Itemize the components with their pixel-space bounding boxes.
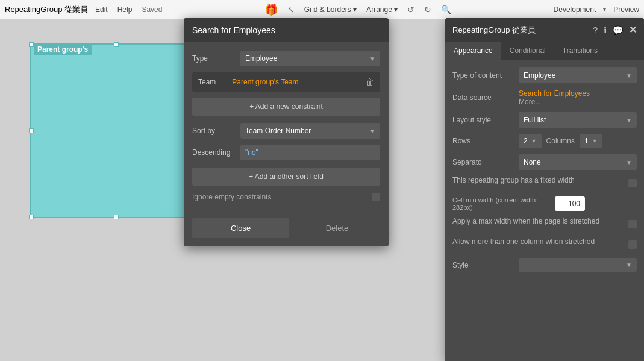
- ignore-constraints-checkbox[interactable]: [372, 193, 380, 201]
- preview-button[interactable]: Preview: [613, 5, 639, 14]
- add-sort-button[interactable]: + Add another sort field: [192, 168, 380, 186]
- separator-label: Separato: [452, 158, 519, 166]
- layout-style-arrow-icon: ▼: [626, 117, 632, 124]
- layout-style-dropdown[interactable]: Full list ▼: [519, 112, 637, 128]
- ignore-constraints-row: Ignore empty constraints: [192, 193, 380, 201]
- ignore-label: Ignore empty constraints: [192, 193, 372, 201]
- rp-header: RepeatingGroup 從業員 ? ℹ 💬 ✕: [445, 18, 644, 42]
- constraint-row: Team = Parent group's Team 🗑: [192, 72, 380, 92]
- rows-label: Rows: [452, 137, 519, 145]
- style-label: Style: [452, 261, 519, 269]
- rp-body: Type of content Employee ▼ Data source S…: [445, 60, 644, 355]
- repeating-group-element[interactable]: Parent group's: [30, 43, 202, 218]
- type-label: Type: [192, 54, 240, 63]
- edit-menu[interactable]: Edit: [95, 5, 108, 14]
- max-width-checkbox[interactable]: [628, 220, 637, 228]
- layout-style-label: Layout style: [452, 116, 519, 124]
- constraint-operator: =: [222, 78, 226, 86]
- add-constraint-button[interactable]: + Add a new constraint: [192, 98, 380, 116]
- data-source-value: Search for Employees More...: [519, 89, 637, 106]
- help-icon[interactable]: ?: [593, 25, 598, 35]
- type-arrow-icon: ▼: [369, 55, 380, 62]
- data-source-label: Data source: [452, 93, 519, 102]
- columns-arrow-icon: ▼: [592, 138, 598, 144]
- tab-appearance[interactable]: Appearance: [445, 42, 501, 60]
- search-icon[interactable]: 🔍: [441, 5, 451, 14]
- dev-arrow-icon: ▾: [603, 6, 606, 13]
- constraint-field: Team: [198, 78, 216, 86]
- constraint-value: Parent group's Team: [232, 78, 298, 86]
- rows-arrow-icon: ▼: [531, 138, 537, 144]
- cell-min-width-label: Cell min width (current width: 282px): [452, 196, 555, 211]
- topbar: RepeatingGroup 從業員 Edit Help Saved 🎁 ↖ G…: [0, 0, 644, 19]
- fixed-width-checkbox[interactable]: [628, 179, 637, 187]
- modal-title: Search for Employees: [192, 25, 380, 35]
- redo-icon[interactable]: ↻: [424, 5, 431, 14]
- sort-by-label: Sort by: [192, 127, 240, 135]
- rg-row-divider: [31, 131, 201, 131]
- development-button[interactable]: Development: [554, 5, 596, 14]
- search-employees-modal: Search for Employees Type Employee ▼ Tea…: [184, 18, 389, 246]
- allow-columns-checkbox[interactable]: [628, 240, 637, 249]
- topbar-center: 🎁 ↖ Grid & borders ▾ Arrange ▾ ↺ ↻ 🔍: [169, 3, 546, 16]
- modal-body: Type Employee ▼ Team = Parent group's Te…: [184, 42, 389, 218]
- cell-min-width-input[interactable]: 100: [555, 196, 585, 211]
- type-of-content-arrow-icon: ▼: [626, 72, 632, 79]
- close-panel-icon[interactable]: ✕: [629, 24, 637, 36]
- rows-cols-row: Rows 2 ▼ Columns 1 ▼: [452, 134, 637, 148]
- descending-row: Descending "no": [192, 145, 380, 160]
- layout-style-value: Full list: [524, 116, 546, 124]
- modal-header: Search for Employees: [184, 18, 389, 42]
- type-of-content-label: Type of content: [452, 71, 519, 80]
- close-button[interactable]: Close: [192, 218, 289, 238]
- undo-icon[interactable]: ↺: [407, 5, 414, 14]
- style-row: Style ▼: [452, 258, 637, 272]
- rows-control[interactable]: 2 ▼: [519, 134, 542, 148]
- delete-button[interactable]: Delete: [294, 218, 380, 238]
- data-source-row: Data source Search for Employees More...: [452, 89, 637, 106]
- layout-style-row: Layout style Full list ▼: [452, 112, 637, 128]
- right-panel: RepeatingGroup 從業員 ? ℹ 💬 ✕ Appearance Co…: [445, 18, 644, 361]
- resize-handle-tl[interactable]: [29, 42, 34, 47]
- fixed-width-row: This repeating group has a fixed width: [452, 176, 637, 190]
- style-dropdown[interactable]: ▼: [519, 258, 637, 272]
- resize-handle-bl[interactable]: [29, 215, 34, 219]
- rp-title: RepeatingGroup 從業員: [452, 25, 593, 36]
- max-width-label: Apply a max width when the page is stret…: [452, 217, 628, 225]
- help-menu[interactable]: Help: [117, 5, 133, 14]
- allow-columns-row: Allow more than one column when stretche…: [452, 237, 637, 252]
- cursor-icon: ↖: [287, 5, 295, 14]
- resize-handle-tm[interactable]: [114, 42, 119, 47]
- delete-constraint-icon[interactable]: 🗑: [366, 77, 374, 87]
- rp-tabs: Appearance Conditional Transitions: [445, 42, 644, 60]
- descending-label: Descending: [192, 148, 240, 157]
- type-select[interactable]: Employee: [240, 51, 369, 66]
- max-width-row: Apply a max width when the page is stret…: [452, 217, 637, 231]
- tab-conditional[interactable]: Conditional: [501, 42, 554, 60]
- fixed-width-label: This repeating group has a fixed width: [452, 176, 628, 184]
- rows-value: 2: [524, 137, 528, 145]
- saved-status: Saved: [142, 5, 162, 14]
- columns-control[interactable]: 1 ▼: [580, 134, 602, 148]
- rows-cols-controls: 2 ▼ Columns 1 ▼: [519, 134, 637, 148]
- grid-borders-button[interactable]: Grid & borders ▾: [304, 5, 357, 14]
- cell-min-width-row: Cell min width (current width: 282px) 10…: [452, 196, 637, 211]
- sort-by-dropdown[interactable]: Team Order Number ▼: [240, 123, 380, 139]
- arrange-button[interactable]: Arrange ▾: [366, 5, 398, 14]
- descending-value[interactable]: "no": [240, 145, 380, 160]
- data-source-link[interactable]: Search for Employees: [519, 89, 637, 98]
- sort-row: Sort by Team Order Number ▼: [192, 123, 380, 139]
- type-of-content-dropdown[interactable]: Employee ▼: [519, 67, 637, 83]
- type-dropdown[interactable]: Employee ▼: [240, 51, 380, 66]
- separator-row: Separato None ▼: [452, 154, 637, 170]
- comment-icon[interactable]: 💬: [613, 25, 623, 35]
- app-name: RepeatingGroup 從業員: [5, 4, 88, 15]
- sort-by-select[interactable]: Team Order Number: [240, 123, 369, 139]
- separator-dropdown[interactable]: None ▼: [519, 154, 637, 170]
- tab-transitions[interactable]: Transitions: [554, 42, 606, 60]
- resize-handle-bm[interactable]: [114, 215, 119, 219]
- topbar-right: Development ▾ Preview: [554, 5, 639, 14]
- data-source-more[interactable]: More...: [519, 98, 637, 106]
- type-of-content-value: Employee: [524, 71, 555, 80]
- info-icon[interactable]: ℹ: [604, 25, 607, 35]
